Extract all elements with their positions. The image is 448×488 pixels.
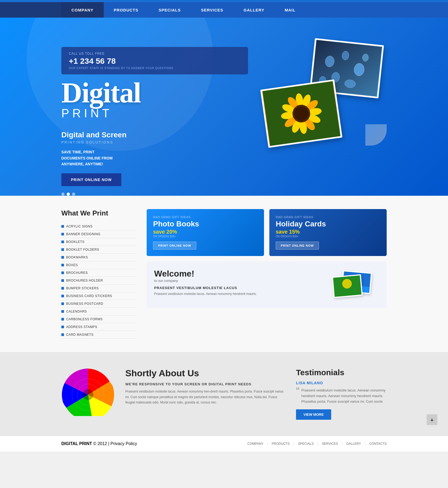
- list-item[interactable]: BANNER DESIGNING: [61, 230, 136, 238]
- list-item[interactable]: CARBONLESS FORMS: [61, 315, 136, 323]
- hero-content: Call Us Toll Free +1 234 56 78 OUR EXPER…: [61, 34, 248, 196]
- list-item[interactable]: BOOKLET FOLDERS: [61, 246, 136, 254]
- phone-box: Call Us Toll Free +1 234 56 78 OUR EXPER…: [61, 47, 248, 74]
- list-bullet: [61, 248, 64, 251]
- promo-btn-2[interactable]: PRINT ONLINE NOW: [276, 242, 319, 250]
- list-item-label: BROCHURES: [66, 271, 88, 275]
- hero-cta-button[interactable]: PRINT ONLINE NOW: [61, 173, 121, 186]
- footer-brand: DIGITAL PRINT © 2012 | Privacy Policy: [61, 441, 137, 446]
- footer-link-specials[interactable]: SPECIALS: [298, 442, 314, 446]
- list-item-label: CARD MAGNETS: [66, 333, 94, 337]
- phone-sub: OUR EXPERT STAFF IS STANDING BY TO ANSWE…: [69, 67, 241, 70]
- list-item-label: BOXES: [66, 263, 78, 267]
- nav-item-company[interactable]: COMPANY: [61, 2, 104, 18]
- list-bullet: [61, 310, 64, 313]
- list-item[interactable]: BUMPER STICKERS: [61, 285, 136, 292]
- nav-item-gallery[interactable]: GALLERY: [233, 2, 274, 18]
- welcome-body: Praesent vestibulum molestie lacus. Aene…: [154, 291, 326, 297]
- list-item-label: CARBONLESS FORMS: [66, 317, 103, 321]
- footer-links: COMPANY | PRODUCTS | SPECIALS | SERVICES…: [247, 442, 387, 446]
- nav-logo: [0, 2, 61, 18]
- list-item[interactable]: BROCHURES: [61, 269, 136, 277]
- hero-title-print: PRINT: [61, 107, 248, 120]
- list-item[interactable]: ACRYLIC SIGNS: [61, 223, 136, 230]
- list-bullet: [61, 295, 64, 297]
- about-subtitle: WE'RE RESPONSIVE TO YOUR SCREEN OR DIGIT…: [125, 382, 285, 386]
- hero-right: [248, 31, 387, 159]
- content-section: What We Print ACRYLIC SIGNS BANNER DESIG…: [0, 196, 448, 352]
- footer-brand-name: DIGITAL PRINT: [61, 441, 92, 446]
- promo-orders-2: ON ORDERS $30+: [276, 235, 380, 238]
- list-item[interactable]: BUSINESS POSTCARD: [61, 300, 136, 308]
- list-item[interactable]: BOXES: [61, 261, 136, 269]
- hero-title-big: Digital: [61, 80, 248, 106]
- welcome-heading: PRAESENT VESTIBULUM MOLESTIE LACUS: [154, 286, 326, 290]
- footer-link-services[interactable]: SERVICES: [322, 442, 338, 446]
- list-bullet: [61, 271, 64, 274]
- nav-item-products[interactable]: PRODUCTS: [104, 2, 149, 18]
- phone-number: +1 234 56 78: [69, 57, 241, 66]
- about-section: Shortly About Us WE'RE RESPONSIVE TO YOU…: [0, 352, 448, 435]
- svg-point-32: [83, 389, 93, 400]
- promo-card-photobooks: RAD GRAD GIFT IDEAS Photo Books save 20%…: [147, 209, 264, 256]
- list-item-label: BUMPER STICKERS: [66, 286, 99, 290]
- list-item-label: CALENDARS: [66, 310, 87, 313]
- list-bullet: [61, 256, 64, 259]
- top-bar: [0, 0, 448, 2]
- list-bullet: [61, 225, 64, 228]
- welcome-title: Welcome!: [154, 269, 326, 279]
- dot-2[interactable]: [67, 193, 70, 196]
- what-we-print-panel: What We Print ACRYLIC SIGNS BANNER DESIG…: [61, 209, 136, 339]
- hero-subtitle-small: PRINTING SOLUTIONS: [61, 140, 248, 144]
- hero-subtitle: Digital and Screen: [61, 131, 248, 139]
- right-cards: RAD GRAD GIFT IDEAS Photo Books save 20%…: [147, 209, 387, 339]
- nav-item-specials[interactable]: SPECIALS: [149, 2, 191, 18]
- welcome-sub: to our company: [154, 279, 326, 283]
- promo-row: RAD GRAD GIFT IDEAS Photo Books save 20%…: [147, 209, 387, 256]
- promo-btn-1[interactable]: PRINT ONLINE NOW: [153, 242, 196, 250]
- list-item[interactable]: BOOKLETS: [61, 238, 136, 246]
- about-title: Shortly About Us: [125, 368, 285, 378]
- list-bullet: [61, 287, 64, 290]
- promo-product-1: Photo Books: [153, 220, 258, 228]
- main-nav: COMPANY PRODUCTS SPECIALS SERVICES GALLE…: [0, 2, 448, 18]
- list-item[interactable]: BUSINESS CARD STICKERS: [61, 292, 136, 300]
- promo-tag-1: RAD GRAD GIFT IDEAS: [153, 215, 258, 219]
- promo-tag-2: RAD GRAD GIFT IDEAS: [276, 215, 380, 219]
- testimonial-name: LISA MILANO: [296, 381, 387, 385]
- testimonials-panel: Testimonials LISA MILANO Praesent vestib…: [296, 368, 387, 419]
- list-item[interactable]: CARD MAGNETS: [61, 331, 136, 339]
- dot-1[interactable]: [61, 193, 65, 196]
- footer-copyright: © 2012 |: [93, 441, 109, 446]
- phone-label: Call Us Toll Free: [69, 52, 241, 55]
- testimonials-title: Testimonials: [296, 368, 387, 377]
- scroll-top-button[interactable]: ▲: [427, 414, 437, 425]
- footer-privacy-link[interactable]: Privacy Policy: [110, 441, 137, 446]
- list-bullet: [61, 241, 64, 243]
- about-image: [61, 368, 115, 416]
- list-item-label: BOOKLET FOLDERS: [66, 248, 99, 251]
- photos-stack: [248, 31, 387, 159]
- nav-item-services[interactable]: SERVICES: [191, 2, 234, 18]
- print-list: ACRYLIC SIGNS BANNER DESIGNING BOOKLETS …: [61, 223, 136, 339]
- photo-curl: [365, 124, 387, 146]
- footer-link-company[interactable]: COMPANY: [247, 442, 263, 446]
- list-item[interactable]: BROCHURES HOLDER: [61, 277, 136, 285]
- list-item[interactable]: ADDRESS STAMPS: [61, 323, 136, 331]
- testimonial-quote: Praesent vestibulum molestie lacus. Aene…: [296, 388, 387, 404]
- list-item[interactable]: BOOKMARKS: [61, 254, 136, 261]
- footer-link-contacts[interactable]: CONTACTS: [369, 442, 387, 446]
- nav-links: COMPANY PRODUCTS SPECIALS SERVICES GALLE…: [61, 2, 448, 18]
- footer-link-products[interactable]: PRODUCTS: [272, 442, 290, 446]
- footer-link-gallery[interactable]: GALLERY: [346, 442, 361, 446]
- list-item[interactable]: CALENDARS: [61, 308, 136, 315]
- list-item-label: BROCHURES HOLDER: [66, 279, 103, 282]
- welcome-photo-2: [332, 274, 363, 298]
- hero-dots: [61, 193, 248, 196]
- hero-desc: SAVE TIME, PRINT DOCUMENTS ONLINE FROM A…: [61, 149, 248, 167]
- list-bullet: [61, 302, 64, 305]
- view-more-button[interactable]: VIEW MORE: [296, 409, 331, 420]
- dot-3[interactable]: [72, 193, 75, 196]
- list-item-label: ACRYLIC SIGNS: [66, 225, 93, 228]
- nav-item-mail[interactable]: MAIL: [274, 2, 306, 18]
